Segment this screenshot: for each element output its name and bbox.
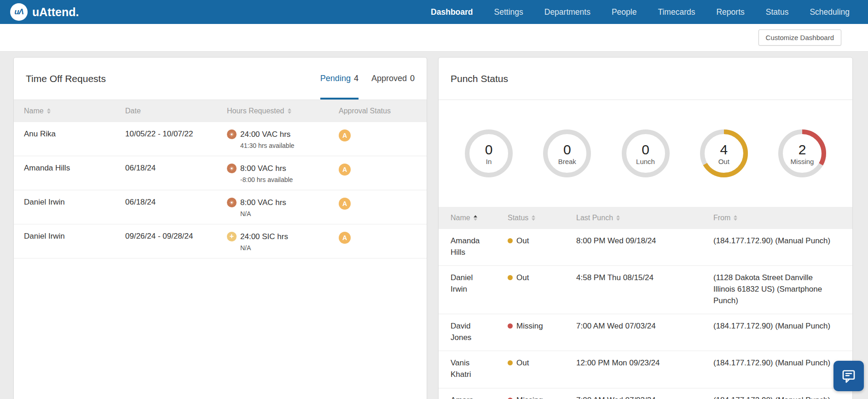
- time-off-column-header[interactable]: Hours Requested: [227, 107, 339, 115]
- punch-column-header[interactable]: Last Punch: [576, 214, 713, 222]
- punch-status-row[interactable]: Amara Nkrumah Missing 7:00 AM Wed 07/03/…: [439, 388, 852, 399]
- punch-status-rings: 0 In 0 Break: [439, 100, 852, 207]
- hours-requested-cell: 8:00 VAC hrs -8:00 hrs available: [227, 156, 339, 189]
- time-off-row[interactable]: Daniel Irwin 09/26/24 - 09/28/24 24:00 S…: [14, 224, 427, 258]
- approval-status-badge[interactable]: A: [339, 232, 351, 244]
- punch-table-header: Name Status Last Punch From: [439, 207, 852, 229]
- column-label: Name: [24, 107, 44, 115]
- tab-label: Pending: [320, 74, 351, 83]
- status-dot-icon: [508, 323, 513, 329]
- column-label: Hours Requested: [227, 107, 284, 115]
- ring-value: 0: [563, 142, 571, 157]
- nav-item[interactable]: People: [612, 7, 637, 17]
- time-off-title: Time Off Requests: [26, 73, 106, 84]
- last-punch-time: 7:00 AM Wed 07/03/24: [576, 388, 713, 399]
- punch-column-header[interactable]: Name: [439, 214, 508, 222]
- nav-item[interactable]: Reports: [716, 7, 744, 17]
- punch-column-header[interactable]: Status: [508, 214, 576, 222]
- approval-status-badge[interactable]: A: [339, 164, 351, 176]
- request-date: 10/05/22 - 10/07/22: [125, 122, 227, 144]
- nav-item-label: Dashboard: [431, 7, 473, 17]
- punch-status-row[interactable]: Amanda Hills Out 8:00 PM Wed 09/18/24 (1…: [439, 229, 852, 266]
- approval-cell: A: [339, 224, 427, 249]
- nav-item-label: Departments: [544, 7, 590, 17]
- nav-item-label: Settings: [494, 7, 523, 17]
- time-off-table-header: Name Date Hours Requested Approval Statu…: [14, 100, 427, 122]
- ring-value: 0: [642, 142, 649, 157]
- status-dot-icon: [508, 360, 513, 365]
- approval-cell: A: [339, 190, 427, 215]
- tab-count: 4: [354, 74, 359, 83]
- nav-item-label: People: [612, 7, 637, 17]
- punch-status-card-header: Punch Status: [439, 58, 852, 100]
- approval-status-badge[interactable]: A: [339, 198, 351, 210]
- nav-item[interactable]: Settings: [494, 7, 523, 17]
- punch-origin: (1128 Dakota Street Danville Illinois 61…: [713, 266, 852, 314]
- punch-column-header[interactable]: From: [713, 214, 852, 222]
- hours-available: N/A: [240, 210, 339, 217]
- sort-arrows-icon: [288, 108, 291, 114]
- approval-cell: A: [339, 156, 427, 181]
- dashboard-toolbar: Customize Dashboard: [0, 24, 868, 52]
- time-off-column-header[interactable]: Name: [14, 107, 125, 115]
- nav-item[interactable]: Dashboard: [431, 7, 473, 17]
- time-off-row[interactable]: Amanda Hills 06/18/24 8:00 VAC hrs -8:00…: [14, 156, 427, 190]
- column-label: Last Punch: [576, 214, 613, 222]
- employee-name: Vanis Khatri: [439, 351, 508, 387]
- time-off-row[interactable]: Anu Rika 10/05/22 - 10/07/22 24:00 VAC h…: [14, 122, 427, 156]
- nav-item-label: Timecards: [658, 7, 695, 17]
- request-date: 06/18/24: [125, 156, 227, 178]
- request-date: 09/26/24 - 09/28/24: [125, 224, 227, 246]
- column-label: From: [713, 214, 730, 222]
- punch-status-cell: Out: [508, 266, 576, 291]
- ring-label: Lunch: [636, 158, 655, 165]
- employee-name: Anu Rika: [14, 122, 125, 144]
- last-punch-time: 4:58 PM Thu 08/15/24: [576, 266, 713, 291]
- time-off-row[interactable]: Daniel Irwin 06/18/24 8:00 VAC hrs N/A A: [14, 190, 427, 224]
- punch-ring: 0 In: [465, 129, 513, 177]
- sort-arrows-icon: [532, 215, 535, 221]
- nav-item[interactable]: Departments: [544, 7, 590, 17]
- brand[interactable]: uΛ uAttend.: [10, 3, 79, 21]
- nav-item[interactable]: Timecards: [658, 7, 695, 17]
- employee-name: Amanda Hills: [439, 229, 508, 265]
- ring-label: In: [486, 158, 492, 165]
- status-dot-icon: [508, 275, 513, 280]
- nav-item[interactable]: Scheduling: [810, 7, 850, 17]
- ring-value: 2: [799, 142, 806, 157]
- approval-status-badge[interactable]: A: [339, 129, 351, 141]
- punch-status-row[interactable]: Vanis Khatri Out 12:00 PM Mon 09/23/24 (…: [439, 351, 852, 388]
- punch-status-row[interactable]: David Jones Missing 7:00 AM Wed 07/03/24…: [439, 314, 852, 351]
- request-date: 06/18/24: [125, 190, 227, 212]
- hours-available: 41:30 hrs available: [240, 142, 339, 149]
- time-off-requests-card: Time Off Requests Pending 4 Approved 0 N…: [13, 57, 427, 399]
- employee-name: Daniel Irwin: [439, 266, 508, 302]
- chat-launcher-button[interactable]: [833, 361, 864, 391]
- hours-available: N/A: [240, 244, 339, 252]
- punch-origin: (184.177.172.90) (Manual Punch): [713, 229, 852, 254]
- leave-type-icon: [227, 232, 237, 241]
- employee-name: Daniel Irwin: [14, 190, 125, 212]
- column-label: Approval Status: [339, 107, 391, 115]
- time-off-tab[interactable]: Pending 4: [320, 58, 359, 100]
- hours-requested-cell: 24:00 VAC hrs 41:30 hrs available: [227, 122, 339, 155]
- employee-name: Amara Nkrumah: [439, 388, 508, 399]
- customize-dashboard-button[interactable]: Customize Dashboard: [758, 29, 841, 46]
- nav-item-label: Status: [766, 7, 789, 17]
- punch-status-cell: Missing: [508, 388, 576, 399]
- sort-arrows-icon: [47, 108, 51, 114]
- punch-status-cell: Out: [508, 229, 576, 254]
- sort-arrows-icon: [616, 215, 620, 221]
- status-label: Out: [516, 358, 529, 367]
- hours-available: -8:00 hrs available: [240, 176, 339, 183]
- column-label: Status: [508, 214, 528, 222]
- ring-value: 4: [720, 142, 728, 157]
- time-off-card-header: Time Off Requests Pending 4 Approved 0: [14, 58, 427, 100]
- sort-arrows-icon: [734, 215, 737, 221]
- punch-ring: 4 Out: [700, 129, 748, 177]
- status-label: Missing: [516, 322, 543, 330]
- punch-status-row[interactable]: Daniel Irwin Out 4:58 PM Thu 08/15/24 (1…: [439, 266, 852, 314]
- punch-status-cell: Missing: [508, 314, 576, 340]
- nav-item[interactable]: Status: [766, 7, 789, 17]
- time-off-tab[interactable]: Approved 0: [371, 58, 415, 100]
